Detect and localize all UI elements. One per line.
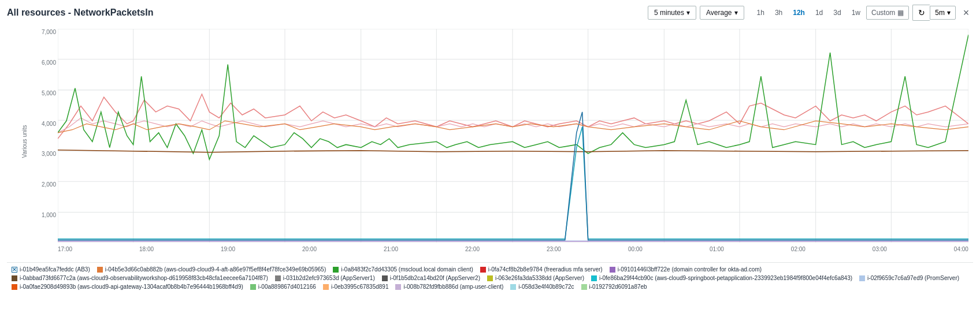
x-tick-0200: 02:00 (791, 246, 805, 252)
series-blue (58, 112, 968, 240)
legend-item-11: i-0a0fae2908d49893b (aws-cloud9-api-gate… (12, 284, 243, 290)
x-tick-2300: 23:00 (547, 246, 561, 252)
legend-icon-3 (480, 267, 486, 273)
time-btn-1h[interactable]: 1h (752, 6, 769, 19)
legend-icon-14 (395, 284, 401, 290)
chart-area: Various units 7,000 6,000 5,000 4,000 3,… (7, 23, 973, 260)
x-tick-2100: 21:00 (384, 246, 398, 252)
legend-icon-13 (323, 284, 329, 290)
series-teal (58, 127, 968, 239)
legend-item-16: i-0192792d6091a87eb (581, 284, 647, 290)
calendar-icon: ▦ (897, 9, 904, 17)
legend-label-2: i-0a8483f2c7dd43305 (mscloud.local domai… (341, 266, 473, 273)
y-tick-1000: 1,000 (42, 212, 56, 218)
legend-item-4: i-09101446l3bff722e (domain controller f… (610, 266, 762, 273)
legend-icon-5 (12, 275, 17, 281)
y-tick-2000: 2,000 (42, 181, 56, 188)
x-tick-1700: 17:00 (58, 246, 72, 252)
legend-icon-9 (591, 275, 597, 281)
legend-icon-1 (97, 267, 103, 273)
legend-icon-11 (12, 284, 17, 290)
main-container: All resources - NetworkPacketsIn 5 minut… (0, 0, 980, 328)
legend-label-9: i-0fe86ba29f44cb90c (aws-cloud9-springbo… (599, 275, 852, 281)
legend-icon-4 (610, 267, 615, 273)
close-button[interactable]: × (959, 6, 973, 20)
x-tick-0100: 01:00 (710, 246, 724, 252)
y-tick-4000: 4,000 (42, 121, 56, 127)
refresh-button[interactable]: ↻ (912, 5, 930, 21)
legend-icon-15 (510, 284, 516, 290)
legend-label-4: i-09101446l3bff722e (domain controller f… (618, 266, 762, 273)
legend-item-5: i-0abbad73fd6677c2a (aws-cloud9-observab… (12, 275, 268, 281)
page-title: All resources - NetworkPacketsIn (7, 8, 153, 18)
legend-icon-2 (333, 267, 339, 273)
y-axis: 7,000 6,000 5,000 4,000 3,000 2,000 1,00… (13, 29, 56, 243)
legend-item-7: i-0f1b5db2ca14bd20f (AppServer2) (382, 275, 480, 281)
y-tick-5000: 5,000 (42, 90, 56, 96)
chevron-down-icon: ▾ (947, 9, 951, 17)
legend-item-10: i-02f9659c7c6a97ed9 (PromServer) (859, 275, 959, 281)
legend-item-2: i-0a8483f2c7dd43305 (mscloud.local domai… (333, 266, 473, 273)
series-coral (58, 121, 968, 133)
chart-svg (58, 29, 968, 243)
legend-item-9: i-0fe86ba29f44cb90c (aws-cloud9-springbo… (591, 275, 852, 281)
refresh-interval-dropdown[interactable]: 5m ▾ (930, 6, 956, 20)
x-tick-0400: 04:00 (954, 246, 968, 252)
x-tick-1900: 19:00 (221, 246, 235, 252)
series-green (58, 35, 968, 159)
time-btn-3d[interactable]: 3d (829, 6, 845, 19)
x-tick-0300: 03:00 (873, 246, 887, 252)
legend-label-16: i-0192792d6091a87eb (589, 284, 647, 290)
legend-label-8: i-063e26fa3da5338dd (AppServer) (495, 275, 584, 281)
legend-label-15: i-058d3e4f40b89c72c (518, 284, 574, 290)
legend-icon-16 (581, 284, 587, 290)
legend-item-8: i-063e26fa3da5338dd (AppServer) (487, 275, 584, 281)
controls-bar: 5 minutes ▾ Average ▾ 1h 3h 12h 1d 3d 1w… (648, 5, 973, 21)
y-tick-7000: 7,000 (42, 29, 56, 35)
x-tick-2000: 20:00 (302, 246, 317, 252)
legend-item-3: i-0fa74cf8b2b8e9784 (freeradius mfa serv… (480, 266, 603, 273)
legend-item-14: i-008b782fd9fbb886d (amp-user-client) (395, 284, 503, 290)
legend-area: ✕ i-01b49ea5fca7feddc (AB3) i-04b5e3d66c… (7, 262, 973, 293)
legend-label-12: i-00a889867d4012166 (258, 284, 316, 290)
legend-label-11: i-0a0fae2908d49893b (aws-cloud9-api-gate… (20, 284, 243, 290)
time-btn-1w[interactable]: 1w (847, 6, 865, 19)
legend-label-1: i-04b5e3d66c0ab882b (aws-cloud9-cloud9-4… (105, 266, 326, 273)
legend-icon-6 (275, 275, 281, 281)
legend-icon-7 (382, 275, 388, 281)
y-tick-3000: 3,000 (42, 151, 56, 157)
legend-icon-0: ✕ (12, 267, 17, 273)
legend-label-6: i-031b2d2efc973653d (AppServer1) (283, 275, 375, 281)
legend-item-15: i-058d3e4f40b89c72c (510, 284, 574, 290)
legend-item-0: ✕ i-01b49ea5fca7feddc (AB3) (12, 266, 90, 273)
legend-label-3: i-0fa74cf8b2b8e9784 (freeradius mfa serv… (488, 266, 603, 273)
refresh-icon: ↻ (918, 8, 925, 17)
legend-item-1: i-04b5e3d66c0ab882b (aws-cloud9-cloud9-4… (97, 266, 326, 273)
legend-item-12: i-00a889867d4012166 (250, 284, 316, 290)
stat-dropdown[interactable]: Average ▾ (700, 6, 744, 20)
chevron-down-icon: ▾ (734, 9, 738, 17)
x-axis: 17:00 18:00 19:00 20:00 21:00 22:00 23:0… (58, 244, 968, 260)
legend-item-13: i-0eb3995c67835d891 (323, 284, 389, 290)
series-pink (58, 94, 968, 139)
x-tick-0000: 00:00 (628, 246, 643, 252)
legend-item-6: i-031b2d2efc973653d (AppServer1) (275, 275, 375, 281)
legend-icon-10 (859, 275, 865, 281)
custom-range-btn[interactable]: Custom ▦ (866, 6, 909, 20)
time-btn-3h[interactable]: 3h (770, 6, 787, 19)
time-btn-12h[interactable]: 12h (788, 6, 810, 19)
y-tick-6000: 6,000 (42, 59, 56, 66)
legend-label-5: i-0abbad73fd6677c2a (aws-cloud9-observab… (20, 275, 268, 281)
refresh-controls: ↻ 5m ▾ (912, 5, 956, 21)
chevron-down-icon: ▾ (686, 9, 690, 17)
header: All resources - NetworkPacketsIn 5 minut… (7, 5, 973, 21)
legend-label-0: i-01b49ea5fca7feddc (AB3) (20, 266, 90, 273)
interval-dropdown[interactable]: 5 minutes ▾ (648, 6, 696, 20)
legend-icon-12 (250, 284, 256, 290)
legend-label-14: i-008b782fd9fbb886d (amp-user-client) (403, 284, 503, 290)
x-tick-2200: 22:00 (465, 246, 480, 252)
legend-label-7: i-0f1b5db2ca14bd20f (AppServer2) (390, 275, 480, 281)
time-btn-1d[interactable]: 1d (811, 6, 827, 19)
x-tick-1800: 18:00 (139, 246, 154, 252)
legend-icon-8 (487, 275, 493, 281)
